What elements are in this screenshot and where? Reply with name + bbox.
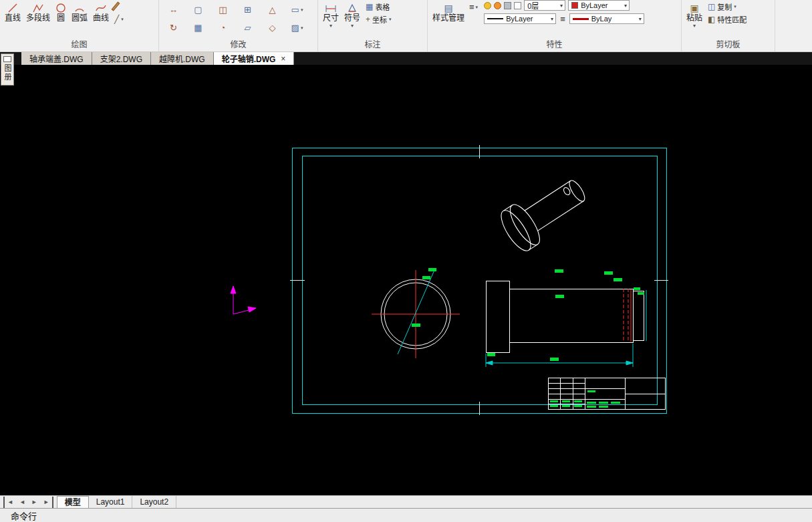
layout-nav: ◄ ◄ ► ► [0,496,57,508]
modify-tool-button[interactable]: ↔ [161,1,186,19]
tab-layout2[interactable]: Layout2 [132,496,176,508]
document-tab-bar: 轴承端盖.DWG 支架2.DWG 越障机.DWG 轮子轴销.DWG × [0,52,812,65]
chevron-down-icon: ▾ [693,23,696,29]
copy-button[interactable]: ◫ 复制 ▾ [705,1,749,12]
doc-tab[interactable]: 越障机.DWG [151,52,214,65]
ribbon-group-draw: 直线 多段线 圆 圆弧 [0,0,159,51]
last-layout-button[interactable]: ► [41,497,53,508]
paste-label: 粘贴 [686,13,702,23]
polyline-icon [33,0,43,13]
chevron-down-icon: ▾ [734,4,736,9]
circle-button[interactable]: 圆 [53,0,69,23]
line-button[interactable]: 直线 [2,0,23,23]
draw-group-label: 绘图 [0,40,158,51]
layer-value: 0层 [527,0,539,11]
color-swatch-icon [571,2,578,9]
layer-lock-icon[interactable] [514,2,521,9]
table-label: 表格 [375,1,390,12]
modify-group-label: 修改 [159,40,317,51]
close-icon[interactable]: × [281,54,285,63]
lineweight-value: ByLay [591,15,612,23]
command-line-panel[interactable]: 命令行 [0,508,812,522]
modify-tool-grid: ↔ ▢ ◫ ⊞ △ ▭▾ ↻ ▦ ◔ ▱ ◇ ▨▾ [161,0,309,37]
sketch-pencil-button[interactable] [112,1,126,12]
drawing-canvas[interactable] [0,65,812,495]
color-dropdown[interactable]: ByLayer [568,0,630,11]
lineweight-icon: ≡ [560,14,565,24]
symbol-button[interactable]: 符号 ▾ [342,0,363,29]
move-icon: ↔ [169,5,178,15]
layer-dropdown[interactable]: 0层 [524,0,565,11]
modify-tool-button[interactable]: ◫ [211,1,235,19]
circle-icon [55,0,66,13]
array-icon: ⊞ [244,5,251,15]
curve-button[interactable]: 曲线 [90,0,112,23]
curve-icon [96,0,106,13]
paste-button[interactable]: ▣ 粘贴 ▾ [684,0,705,29]
arc-label: 圆弧 [72,13,88,23]
pin-side-view[interactable] [486,269,646,367]
polyline-label: 多段线 [26,13,50,23]
match-properties-button[interactable]: ◧ 特性匹配 [705,13,749,25]
linetype-preview-icon [487,18,503,19]
fillet-icon: ◔ [221,23,226,33]
ribbon-group-clipboard: ▣ 粘贴 ▾ ◫ 复制 ▾ ◧ 特性匹配 剪切板 [682,0,775,51]
coordinate-button[interactable]: + 坐标 ▾ [363,13,394,25]
side-view-grips [487,269,644,361]
lineweight-settings-button[interactable]: ≡ [559,14,567,24]
modify-tool-button[interactable]: ⊞ [235,1,260,19]
prev-layout-button[interactable]: ◄ [17,497,28,508]
tab-layout1[interactable]: Layout1 [89,496,133,508]
stretch-icon: ▭ [291,5,299,15]
next-layout-button[interactable]: ► [29,497,40,508]
paste-clipboard-icon: ▣ [690,3,698,13]
symbol-icon [347,0,358,13]
lineweight-dropdown[interactable]: ByLay [569,13,644,24]
side-panel-tab[interactable]: 图册 [1,53,14,86]
doc-tab[interactable]: 轴承端盖.DWG [21,52,92,65]
pin-isometric-view[interactable] [496,168,593,255]
tab-model[interactable]: 模型 [57,496,89,508]
first-layout-button[interactable]: ◄ [3,497,16,508]
pin-front-view[interactable] [372,268,460,358]
modify-tool-dropdown[interactable]: ▭▾ [285,1,309,19]
modify-tool-button[interactable]: △ [260,1,285,19]
trim-icon: ▦ [194,23,202,33]
slant-line-icon: ╱ [114,15,119,23]
draw-extra-dropdown[interactable]: ╱ ▾ [112,13,126,25]
layer-plot-printer-icon[interactable] [504,2,511,9]
mirror-icon: ◫ [219,5,227,15]
layer-on-bulb-icon[interactable] [484,2,491,9]
cad-application-window: 直线 多段线 圆 圆弧 [0,0,812,522]
ucs-icon [231,286,256,314]
modify-tool-button[interactable]: ◇ [260,19,285,37]
modify-tool-dropdown[interactable]: ▨▾ [285,19,309,37]
modify-tool-button[interactable]: ▦ [186,19,211,37]
doc-tab[interactable]: 支架2.DWG [92,52,151,65]
side-panel-label: 图册 [3,64,11,82]
doc-tab-active[interactable]: 轮子轴销.DWG × [214,52,295,65]
style-manager-button[interactable]: ▤ 样式管理 [430,0,467,23]
layer-thaw-sun-icon[interactable] [494,2,501,9]
coordinate-label: 坐标 [372,14,387,25]
hatch-icon: ▨ [291,23,299,33]
linetype-dropdown[interactable]: ByLayer [484,13,556,24]
linetype-value: ByLayer [506,15,533,23]
arc-button[interactable]: 圆弧 [69,0,90,23]
modify-tool-button[interactable]: ▱ [235,19,260,37]
ribbon: 直线 多段线 圆 圆弧 [0,0,812,52]
rotate-icon: ↻ [170,23,177,33]
dimension-button[interactable]: 尺寸 ▾ [320,0,342,29]
polyline-button[interactable]: 多段线 [23,0,53,23]
doc-tab-label: 轮子轴销.DWG [222,53,276,64]
modify-tool-button[interactable]: ↻ [161,19,186,37]
chevron-down-icon: ▾ [301,25,303,31]
coordinate-icon: + [366,15,370,23]
modify-tool-button[interactable]: ▢ [186,1,211,19]
table-button[interactable]: ▦ 表格 [363,1,394,12]
properties-menu-button[interactable]: ≡ ▾ [467,1,480,13]
circle-label: 圆 [57,13,65,23]
style-manager-icon: ▤ [444,3,452,13]
chevron-down-icon: ▾ [329,23,332,29]
modify-tool-button[interactable]: ◔ [211,19,235,37]
